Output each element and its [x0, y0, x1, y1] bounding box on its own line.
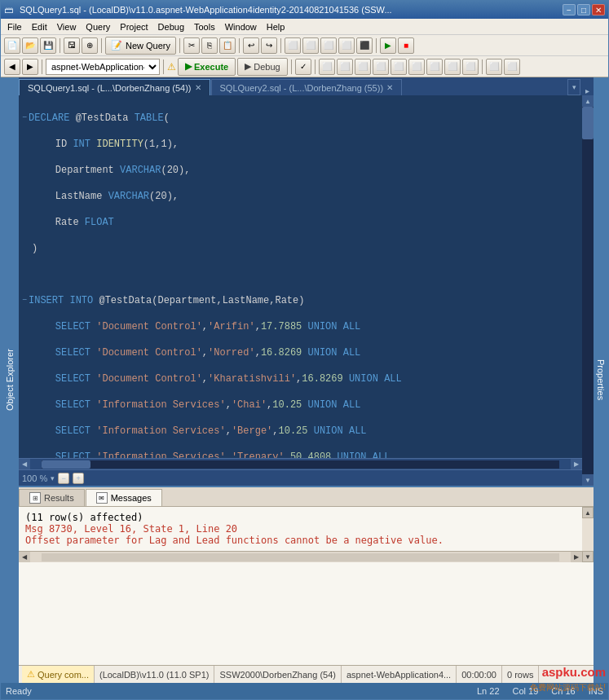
results-v-scrollbar[interactable]: ▲ ▼	[582, 507, 594, 562]
tb-btn5[interactable]: ⬜	[285, 37, 301, 54]
code-line-9: SELECT 'Document Control','Arifin',17.78…	[22, 320, 579, 333]
editor-results-container: SQLQuery1.sql - (L...\DorbenZhang (54)) …	[19, 77, 594, 665]
zoom-in-btn[interactable]: +	[73, 473, 84, 484]
tb-d11[interactable]: ⬜	[504, 59, 520, 75]
h-scroll-thumb[interactable]	[42, 460, 90, 469]
status-time: 00:00:00	[457, 666, 502, 683]
menu-debug[interactable]: Debug	[153, 20, 189, 33]
sep1	[60, 38, 60, 53]
tb-d8[interactable]: ⬜	[444, 59, 461, 75]
menu-project[interactable]: Project	[115, 20, 152, 33]
maximize-button[interactable]: □	[577, 4, 590, 15]
minimize-button[interactable]: −	[563, 4, 576, 15]
zoom-out-btn[interactable]: −	[58, 473, 69, 484]
results-h-scrollbar[interactable]: ◀ ▶	[19, 551, 582, 562]
tb-redo[interactable]: ↪	[261, 37, 277, 54]
center-panel: SQLQuery1.sql - (L...\DorbenZhang (54)) …	[19, 77, 594, 683]
menu-query[interactable]: Query	[81, 20, 115, 33]
menu-edit[interactable]: Edit	[27, 20, 52, 33]
properties-sidebar[interactable]: Properties	[594, 77, 608, 683]
object-explorer-sidebar[interactable]: Object Explorer	[1, 77, 19, 683]
editor-h-scrollbar[interactable]: ◀ ▶	[19, 458, 582, 469]
menu-help[interactable]: Help	[262, 20, 290, 33]
h-scroll-right[interactable]: ▶	[571, 459, 582, 470]
tb-d9[interactable]: ⬜	[462, 59, 479, 75]
tb-stop[interactable]: ■	[398, 37, 414, 54]
sep8	[163, 59, 164, 74]
fold-1[interactable]: −	[22, 112, 27, 125]
debug-button[interactable]: ▶ Debug	[237, 58, 287, 76]
tb-parse[interactable]: ✓	[295, 59, 311, 75]
tb-d10[interactable]: ⬜	[486, 59, 502, 75]
menu-view[interactable]: View	[52, 20, 82, 33]
editor-v-scrollbar[interactable]: ▲ ▼	[582, 95, 594, 486]
fold-8[interactable]: −	[22, 294, 27, 307]
results-v-scroll-down[interactable]: ▼	[582, 551, 594, 562]
result-row-2: Msg 8730, Level 16, State 1, Line 20	[25, 523, 576, 535]
results-tabs: ⊞ Results ✉ Messages	[19, 487, 594, 507]
h-scroll-track[interactable]	[42, 460, 559, 469]
tb-undo[interactable]: ↩	[243, 37, 259, 54]
menu-file[interactable]: File	[2, 20, 27, 33]
database-combo[interactable]: aspnet-WebApplication4ide...	[46, 59, 160, 75]
tb-d4[interactable]: ⬜	[373, 59, 389, 75]
tb-btn9[interactable]: ⬛	[356, 37, 373, 54]
tb-btn3[interactable]: ⊕	[82, 37, 98, 54]
tb-cut[interactable]: ✂	[183, 37, 200, 54]
status-bar: ⚠ Query com... (LocalDB)\v11.0 (11.0 SP1…	[19, 665, 594, 683]
tab-scrollbar-right[interactable]: ▸	[580, 86, 594, 95]
v-scroll-track[interactable]	[582, 107, 594, 474]
sep7	[42, 59, 42, 74]
code-editor[interactable]: −DECLARE @TestData TABLE( ID INT IDENTIT…	[19, 95, 582, 458]
h-scroll-left[interactable]: ◀	[19, 459, 30, 470]
tb-btn8[interactable]: ⬜	[338, 37, 355, 54]
tab-sqlquery2[interactable]: SQLQuery2.sql - (L...\DorbenZhang (55)) …	[211, 79, 403, 95]
tb-back[interactable]: ◀	[4, 59, 20, 75]
tb-save-all[interactable]: 🖫	[64, 37, 80, 54]
code-line-2: ID INT IDENTITY(1,1),	[22, 138, 579, 151]
new-query-button[interactable]: 📝 New Query	[105, 37, 176, 55]
menu-tools[interactable]: Tools	[189, 20, 220, 33]
v-scroll-thumb[interactable]	[582, 107, 594, 139]
tb-run[interactable]: ▶	[380, 37, 396, 54]
status-warning-text: Query com...	[38, 670, 89, 680]
tab1-close[interactable]: ✕	[195, 83, 201, 92]
tb-d6[interactable]: ⬜	[408, 59, 425, 75]
tb-d1[interactable]: ⬜	[319, 59, 335, 75]
sep6	[376, 38, 377, 53]
close-button[interactable]: ✕	[592, 4, 605, 15]
tb-new-file[interactable]: 📄	[4, 37, 20, 54]
results-h-scroll-right[interactable]: ▶	[571, 552, 582, 563]
tab2-close[interactable]: ✕	[386, 83, 393, 92]
tb-paste[interactable]: 📋	[219, 37, 236, 54]
tb-d5[interactable]: ⬜	[391, 59, 407, 75]
results-h-scroll-left[interactable]: ◀	[19, 552, 30, 563]
tb-btn6[interactable]: ⬜	[302, 37, 319, 54]
tb-btn7[interactable]: ⬜	[320, 37, 337, 54]
tb-d3[interactable]: ⬜	[355, 59, 371, 75]
v-scroll-up[interactable]: ▲	[582, 95, 594, 107]
code-line-13: SELECT 'Information Services','Berge',10…	[22, 425, 579, 438]
execute-button[interactable]: ▶ Execute	[178, 58, 236, 76]
tab-dropdown[interactable]: ▾	[567, 79, 580, 95]
results-v-scroll-track[interactable]	[582, 518, 594, 551]
tb-save[interactable]: 💾	[40, 37, 56, 54]
results-h-scroll-track[interactable]	[42, 553, 559, 561]
v-scroll-down[interactable]: ▼	[582, 474, 594, 486]
tab-sqlquery1[interactable]: SQLQuery1.sql - (L...\DorbenZhang (54)) …	[19, 79, 210, 95]
tb-d7[interactable]: ⬜	[426, 59, 443, 75]
new-query-icon: 📝	[111, 40, 122, 51]
results-v-scroll-up[interactable]: ▲	[582, 507, 594, 518]
tb-d2[interactable]: ⬜	[337, 59, 353, 75]
editor-panel: SQLQuery1.sql - (L...\DorbenZhang (54)) …	[19, 77, 594, 665]
tb-forward[interactable]: ▶	[22, 59, 38, 75]
tb-copy[interactable]: ⎘	[201, 37, 218, 54]
messages-tab-label: Messages	[111, 493, 152, 503]
tb-open[interactable]: 📂	[22, 37, 38, 54]
status-warning: ⚠ Query com...	[22, 666, 95, 683]
results-tab-messages[interactable]: ✉ Messages	[86, 489, 162, 506]
results-tab-results[interactable]: ⊞ Results	[19, 489, 85, 506]
zoom-dropdown[interactable]: ▾	[51, 474, 55, 482]
code-content[interactable]: −DECLARE @TestData TABLE( ID INT IDENTIT…	[19, 95, 582, 458]
menu-window[interactable]: Window	[220, 20, 262, 33]
